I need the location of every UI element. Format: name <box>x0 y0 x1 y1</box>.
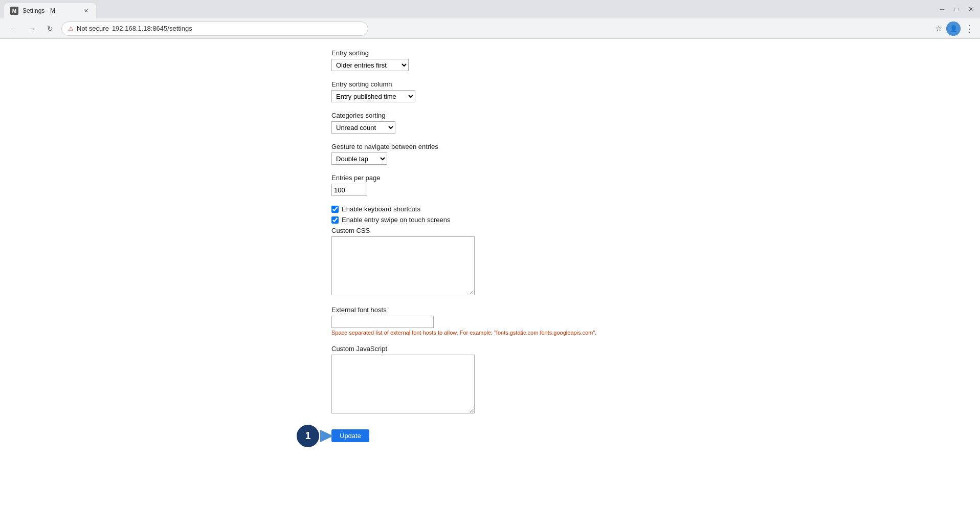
tab-title: Settings - M <box>23 7 55 14</box>
external-font-hosts-group: External font hosts Space separated list… <box>331 306 649 336</box>
gesture-label: Gesture to navigate between entries <box>331 143 649 150</box>
update-button[interactable]: Update <box>331 429 369 442</box>
security-label: Not secure <box>77 25 109 32</box>
update-button-container: 1 Update <box>331 429 369 442</box>
custom-css-label: Custom CSS <box>331 227 649 234</box>
entry-sorting-column-select[interactable]: Entry published time Entry updated time … <box>331 90 415 102</box>
entries-per-page-group: Entries per page <box>331 174 649 196</box>
close-button[interactable]: ✕ <box>966 4 976 14</box>
window-controls: ─ □ ✕ <box>937 4 976 14</box>
tab-strip: M Settings - M ✕ <box>4 0 96 18</box>
tab-favicon: M <box>10 7 18 15</box>
entry-sorting-column-group: Entry sorting column Entry published tim… <box>331 80 649 102</box>
entries-per-page-input[interactable] <box>331 184 367 196</box>
address-text: 192.168.1.18:8645/settings <box>112 25 192 32</box>
custom-js-textarea[interactable] <box>331 355 475 413</box>
annotation-arrow <box>320 430 333 442</box>
keyboard-shortcuts-checkbox[interactable] <box>331 206 339 213</box>
custom-css-group: Custom CSS <box>331 227 649 297</box>
tab-close-button[interactable]: ✕ <box>82 7 90 15</box>
custom-js-group: Custom JavaScript <box>331 345 649 415</box>
external-font-hosts-label: External font hosts <box>331 306 649 314</box>
address-bar[interactable]: ⚠ Not secure 192.168.1.18:8645/settings <box>61 21 368 36</box>
minimize-button[interactable]: ─ <box>937 4 947 14</box>
entry-sorting-label: Entry sorting <box>331 49 649 57</box>
entry-sorting-column-label: Entry sorting column <box>331 80 649 88</box>
entries-per-page-label: Entries per page <box>331 174 649 182</box>
entry-sorting-group: Entry sorting Older entries first Newer … <box>331 49 649 71</box>
keyboard-shortcuts-row: Enable keyboard shortcuts <box>331 205 649 213</box>
custom-js-label: Custom JavaScript <box>331 345 649 353</box>
browser-frame: M Settings - M ✕ ─ □ ✕ ← → ↻ ⚠ Not secur… <box>0 0 980 524</box>
bookmark-button[interactable]: ☆ <box>935 24 942 33</box>
title-bar: M Settings - M ✕ ─ □ ✕ <box>0 0 980 18</box>
back-button[interactable]: ← <box>6 21 20 36</box>
gesture-group: Gesture to navigate between entries Doub… <box>331 143 649 165</box>
nav-bar: ← → ↻ ⚠ Not secure 192.168.1.18:8645/set… <box>0 18 980 39</box>
menu-button[interactable]: ⋮ <box>965 23 974 34</box>
categories-sorting-label: Categories sorting <box>331 112 649 119</box>
custom-css-textarea[interactable] <box>331 236 475 295</box>
forward-button[interactable]: → <box>25 21 39 36</box>
browser-tab[interactable]: M Settings - M ✕ <box>4 3 96 18</box>
restore-button[interactable]: □ <box>951 4 962 14</box>
profile-button[interactable]: 👤 <box>946 21 961 36</box>
categories-sorting-select[interactable]: Unread count Alphabetical Feed count <box>331 121 395 134</box>
categories-sorting-group: Categories sorting Unread count Alphabet… <box>331 112 649 134</box>
annotation-badge: 1 <box>297 425 319 447</box>
entry-swipe-checkbox[interactable] <box>331 216 339 224</box>
keyboard-shortcuts-checkbox-label[interactable]: Enable keyboard shortcuts <box>342 205 420 213</box>
gesture-select[interactable]: Double tap Single tap Swipe <box>331 152 387 165</box>
external-font-hosts-input[interactable] <box>331 316 434 328</box>
external-font-hosts-hint: Space separated list of external font ho… <box>331 330 603 336</box>
page-content: Entry sorting Older entries first Newer … <box>0 39 980 524</box>
entry-swipe-row: Enable entry swipe on touch screens <box>331 216 649 224</box>
settings-container: Entry sorting Older entries first Newer … <box>311 39 669 473</box>
reload-button[interactable]: ↻ <box>43 21 57 36</box>
security-icon: ⚠ <box>68 25 74 32</box>
entry-sorting-select[interactable]: Older entries first Newer entries first <box>331 59 409 71</box>
entry-swipe-checkbox-label[interactable]: Enable entry swipe on touch screens <box>342 216 450 224</box>
